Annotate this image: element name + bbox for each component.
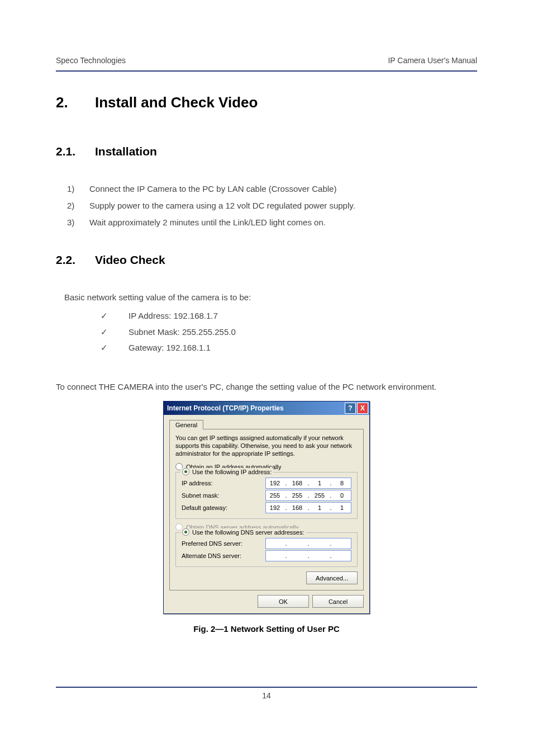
- titlebar: Internet Protocol (TCP/IP) Properties ? …: [164, 401, 369, 415]
- preferred-dns-input[interactable]: . . .: [265, 538, 351, 549]
- ip-address-label: IP address:: [182, 480, 265, 486]
- section-heading: 2.1.Installation: [56, 145, 477, 158]
- page-header: Speco Technologies IP Camera User's Manu…: [56, 56, 477, 72]
- dialog-title: Internet Protocol (TCP/IP) Properties: [167, 404, 345, 412]
- list-item: ✓Subnet Mask: 255.255.255.0: [56, 324, 477, 341]
- radio-icon[interactable]: [182, 528, 189, 536]
- close-icon[interactable]: X: [357, 403, 368, 414]
- list-item: 2)Supply power to the camera using a 12 …: [56, 197, 477, 214]
- section-title: Video Check: [95, 253, 165, 266]
- list-item: 3)Wait approximately 2 minutes until the…: [56, 214, 477, 231]
- network-values: ✓IP Address: 192.168.1.7 ✓Subnet Mask: 2…: [56, 308, 477, 356]
- header-left: Speco Technologies: [56, 56, 126, 65]
- body-paragraph: To connect THE CAMERA into the user's PC…: [56, 379, 477, 395]
- page-number: 14: [262, 691, 271, 700]
- tab-general[interactable]: General: [169, 420, 203, 429]
- section-number: 2.2.: [56, 253, 95, 267]
- list-item: ✓Gateway: 192.168.1.1: [56, 340, 477, 356]
- check-icon: ✓: [101, 324, 129, 341]
- alternate-dns-label: Alternate DNS server:: [182, 552, 265, 559]
- radio-icon[interactable]: [182, 468, 189, 475]
- list-item: 1)Connect the IP Camera to the PC by LAN…: [56, 181, 477, 197]
- section-title: Installation: [95, 145, 157, 158]
- preferred-dns-label: Preferred DNS server:: [182, 540, 265, 547]
- tab-pane: You can get IP settings assigned automat…: [169, 429, 364, 591]
- check-icon: ✓: [101, 308, 129, 324]
- header-right: IP Camera User's Manual: [388, 56, 477, 65]
- default-gateway-input[interactable]: 192. 168. 1. 1: [265, 502, 351, 513]
- ip-address-input[interactable]: 192. 168. 1. 8: [265, 478, 351, 489]
- subnet-mask-input[interactable]: 255. 255. 255. 0: [265, 490, 351, 501]
- chapter-title: Install and Check Video: [95, 94, 258, 111]
- cancel-button[interactable]: Cancel: [312, 595, 364, 608]
- installation-steps: 1)Connect the IP Camera to the PC by LAN…: [56, 181, 477, 231]
- radio-use-following-ip[interactable]: Use the following IP address:: [192, 469, 272, 475]
- ip-address-group: Use the following IP address: IP address…: [175, 472, 358, 519]
- dialog-description: You can get IP settings assigned automat…: [175, 434, 358, 458]
- subnet-mask-label: Subnet mask:: [182, 492, 265, 499]
- check-icon: ✓: [101, 340, 129, 356]
- tcpip-properties-dialog: Internet Protocol (TCP/IP) Properties ? …: [163, 401, 370, 615]
- chapter-number: 2.: [56, 94, 95, 111]
- ok-button[interactable]: OK: [258, 595, 309, 608]
- figure-caption: Fig. 2—1 Network Setting of User PC: [56, 624, 477, 634]
- section-number: 2.1.: [56, 145, 95, 158]
- help-icon[interactable]: ?: [345, 403, 356, 414]
- list-item: ✓IP Address: 192.168.1.7: [56, 308, 477, 324]
- chapter-heading: 2.Install and Check Video: [56, 94, 477, 111]
- alternate-dns-input[interactable]: . . .: [265, 550, 351, 561]
- section-heading: 2.2.Video Check: [56, 253, 477, 267]
- default-gateway-label: Default gateway:: [182, 504, 265, 511]
- advanced-button[interactable]: Advanced...: [306, 571, 358, 584]
- radio-use-following-dns[interactable]: Use the following DNS server addresses:: [192, 529, 304, 536]
- dialog-figure: Internet Protocol (TCP/IP) Properties ? …: [56, 401, 477, 615]
- page-footer: 14: [56, 687, 477, 700]
- dns-group: Use the following DNS server addresses: …: [175, 532, 358, 567]
- lead-text: Basic network setting value of the camer…: [64, 289, 477, 306]
